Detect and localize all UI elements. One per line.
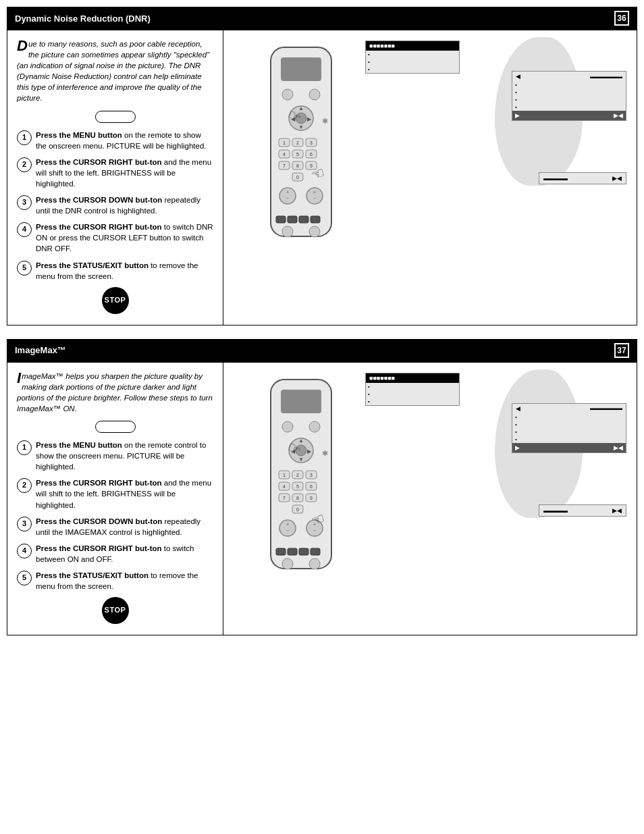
- section2-intro-text: mageMax™ helps you sharpen the picture q…: [17, 372, 213, 413]
- svg-rect-79: [276, 548, 286, 555]
- section2-step4-num: 4: [17, 544, 32, 558]
- svg-text:9: 9: [310, 496, 313, 500]
- section1-text-panel: Due to many reasons, such as poor cable …: [7, 30, 223, 325]
- section2-step1-num: 1: [17, 440, 32, 455]
- section1-step2: 2 Press the CURSOR RIGHT but-ton and the…: [17, 157, 213, 189]
- page-wrapper: Dynamic Noise Reduction (DNR) 36 Due to …: [0, 0, 644, 656]
- section1-step1-text: Press the MENU button on the remote to s…: [36, 130, 213, 151]
- svg-text:0: 0: [296, 175, 299, 180]
- svg-text:−: −: [313, 196, 316, 201]
- svg-rect-44: [281, 390, 321, 413]
- svg-rect-80: [288, 548, 297, 555]
- section2-step3: 3 Press the CURSOR DOWN but-ton repeated…: [17, 516, 213, 538]
- section2-step2-text: Press the CURSOR RIGHT but-ton and the m…: [36, 477, 213, 510]
- svg-text:6: 6: [310, 484, 313, 489]
- svg-rect-38: [299, 216, 308, 223]
- section2-header: ImageMax™ 37: [7, 339, 637, 362]
- section1-step1-num: 1: [17, 130, 32, 145]
- svg-point-46: [309, 421, 320, 432]
- section1-step1: 1 Press the MENU button on the remote to…: [17, 130, 213, 151]
- section1-intro: Due to many reasons, such as poor cable …: [17, 38, 213, 104]
- section1-step5: 5 Press the STATUS/EXIT button to remove…: [17, 260, 213, 282]
- svg-text:6: 6: [310, 152, 313, 157]
- section2-step2-num: 2: [17, 478, 32, 493]
- svg-text:8: 8: [296, 163, 299, 168]
- svg-text:▼: ▼: [298, 124, 304, 130]
- svg-text:3: 3: [310, 473, 313, 477]
- remote-svg-2: ▲ ▼ ◀ ▶ 1 2 3 4 5 6 7: [237, 369, 365, 613]
- svg-text:✱: ✱: [322, 449, 328, 457]
- svg-text:1: 1: [283, 473, 286, 477]
- section1-step5-num: 5: [17, 261, 32, 276]
- section1-step3-num: 3: [17, 195, 32, 210]
- section2-step2: 2 Press the CURSOR RIGHT but-ton and the…: [17, 477, 213, 510]
- svg-text:7: 7: [283, 496, 286, 500]
- section2-text-panel: ImageMax™ helps you sharpen the picture …: [7, 363, 223, 635]
- section2-step3-text: Press the CURSOR DOWN but-ton repeatedly…: [36, 516, 213, 538]
- section1-stop-icon: STOP: [102, 287, 129, 314]
- section1-step4-text: Press the CURSOR RIGHT but-ton to switch…: [36, 221, 213, 254]
- svg-text:5: 5: [296, 484, 299, 489]
- svg-text:✱: ✱: [322, 117, 328, 125]
- section1-step4: 4 Press the CURSOR RIGHT but-ton to swit…: [17, 221, 213, 254]
- svg-text:+: +: [286, 522, 289, 527]
- section2-step1: 1 Press the MENU button on the remote co…: [17, 440, 213, 472]
- svg-rect-1: [281, 57, 321, 81]
- svg-rect-82: [311, 548, 320, 555]
- svg-point-2: [282, 89, 293, 100]
- section2-step4-text: Press the CURSOR RIGHT but-ton to switch…: [36, 543, 213, 565]
- svg-point-83: [282, 558, 293, 569]
- svg-rect-37: [288, 216, 297, 223]
- svg-point-45: [282, 421, 293, 432]
- svg-rect-36: [276, 216, 286, 223]
- section2-stop-icon: STOP: [102, 597, 129, 624]
- svg-text:−: −: [286, 528, 289, 533]
- svg-text:7: 7: [283, 163, 286, 168]
- svg-text:▶: ▶: [307, 448, 312, 454]
- svg-rect-39: [311, 216, 320, 223]
- svg-text:1: 1: [283, 140, 286, 145]
- section2-content: ImageMax™ helps you sharpen the picture …: [7, 362, 637, 636]
- svg-point-3: [309, 89, 320, 100]
- section2-step5-text: Press the STATUS/EXIT button to remove t…: [36, 570, 213, 592]
- svg-text:+: +: [313, 190, 316, 194]
- section2-step5-num: 5: [17, 571, 32, 585]
- section1-content: Due to many reasons, such as poor cable …: [7, 30, 637, 325]
- section1-step2-num: 2: [17, 157, 32, 172]
- section2-intro: ImageMax™ helps you sharpen the picture …: [17, 371, 213, 414]
- svg-text:▶: ▶: [307, 116, 312, 122]
- svg-text:5: 5: [296, 152, 299, 157]
- svg-point-40: [282, 226, 293, 237]
- section1-image-panel: ■■■■■■■ • • • ◀ ▬▬▬▬▬▬ • • • • ▶▶◀: [223, 30, 637, 325]
- svg-text:−: −: [286, 196, 289, 201]
- section2-number: 37: [614, 343, 629, 358]
- remote-svg-1: ▲ ▼ ◀ ▶ 1 2 3 4 5 6: [237, 44, 365, 273]
- section1-step5-text: Press the STATUS/EXIT button to remove t…: [36, 260, 213, 282]
- svg-text:2: 2: [296, 473, 299, 477]
- svg-text:4: 4: [283, 152, 286, 157]
- section1-step3-text: Press the CURSOR DOWN but-ton repeatedly…: [36, 194, 213, 216]
- section2-dropcap: I: [17, 371, 21, 386]
- svg-rect-81: [299, 548, 308, 555]
- svg-text:8: 8: [296, 496, 299, 500]
- section2-title: ImageMax™: [15, 345, 66, 355]
- svg-text:+: +: [286, 190, 289, 194]
- svg-text:4: 4: [283, 484, 286, 489]
- svg-text:3: 3: [310, 140, 313, 145]
- section1-step3: 3 Press the CURSOR DOWN but-ton repeated…: [17, 194, 213, 216]
- section2-step5: 5 Press the STATUS/EXIT button to remove…: [17, 570, 213, 592]
- section1-intro-text: ue to many reasons, such as poor cable r…: [17, 40, 209, 102]
- svg-text:0: 0: [296, 507, 299, 512]
- section2-step3-num: 3: [17, 517, 32, 531]
- section1-step4-num: 4: [17, 222, 32, 237]
- svg-text:▼: ▼: [298, 457, 304, 463]
- section2-step4: 4 Press the CURSOR RIGHT but-ton to swit…: [17, 543, 213, 565]
- svg-text:2: 2: [296, 140, 299, 145]
- section1-step2-text: Press the CURSOR RIGHT but-ton and the m…: [36, 157, 213, 189]
- section1-dropcap: D: [17, 38, 28, 53]
- section1-header: Dynamic Noise Reduction (DNR) 36: [7, 7, 637, 30]
- section1-title: Dynamic Noise Reduction (DNR): [15, 14, 151, 24]
- section2-step1-text: Press the MENU button on the remote cont…: [36, 440, 213, 472]
- section1-menu-button-shape: [95, 111, 136, 123]
- section2-image-panel: ■■■■■■■ • • • ◀ ▬▬▬▬▬▬ • • • • ▶▶◀: [223, 363, 637, 635]
